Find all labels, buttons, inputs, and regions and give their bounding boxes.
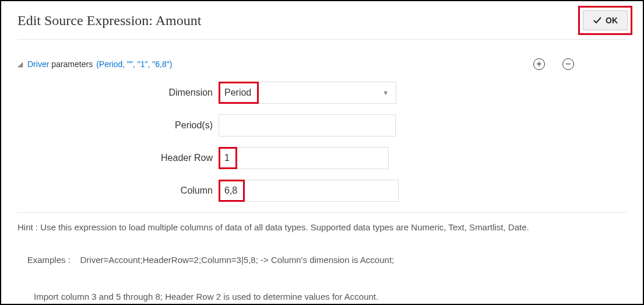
header-row-value-highlight: 1 <box>219 147 237 169</box>
check-icon <box>593 16 602 25</box>
header-row-label: Header Row <box>17 153 219 163</box>
dimension-value: Period <box>222 87 254 98</box>
dimension-label: Dimension <box>17 87 219 98</box>
column-value-highlight: 6,8 <box>219 180 245 202</box>
header-divider <box>17 39 627 40</box>
parameters-label: parameters <box>51 59 93 69</box>
ok-button[interactable]: OK <box>583 10 628 30</box>
dimension-row: Dimension Period ▼ <box>17 82 627 104</box>
examples-line-1: Examples : Driver=Account;HeaderRow=2;Co… <box>27 255 395 265</box>
header-row-row: Header Row 1 <box>17 147 627 169</box>
column-label: Column <box>17 185 219 196</box>
dimension-select[interactable]: ▼ <box>259 82 396 104</box>
hint-text: Hint : Use this expression to load multi… <box>1 221 643 233</box>
column-value: 6,8 <box>222 185 240 196</box>
dialog-title: Edit Source Expression: Amount <box>17 13 201 29</box>
examples-text: Examples : Driver=Account;HeaderRow=2;Co… <box>1 241 643 305</box>
ok-button-highlight: OK <box>578 6 632 35</box>
add-remove-controls: + − <box>533 58 574 70</box>
periods-input[interactable] <box>219 114 396 136</box>
dimension-value-highlight: Period <box>219 82 259 104</box>
periods-label: Period(s) <box>17 120 219 131</box>
ok-button-label: OK <box>606 16 618 25</box>
edit-source-expression-dialog: Edit Source Expression: Amount OK ◢ Driv… <box>0 0 644 305</box>
column-row: Column 6,8 <box>17 180 627 202</box>
examples-line-2: Import column 3 and 5 through 8; Header … <box>17 290 627 303</box>
chevron-down-icon: ▼ <box>382 89 389 96</box>
minus-icon[interactable]: − <box>562 58 574 70</box>
driver-link[interactable]: Driver <box>27 59 49 69</box>
collapse-triangle-icon[interactable]: ◢ <box>17 60 23 68</box>
plus-icon[interactable]: + <box>533 58 545 70</box>
parameters-form: Dimension Period ▼ Period(s) Header Row <box>17 82 627 202</box>
parameters-summary-link[interactable]: (Period, "", "1", "6,8") <box>96 59 172 69</box>
periods-row: Period(s) <box>17 114 627 136</box>
footer-divider <box>17 212 627 213</box>
driver-parameters-row: ◢ Driver parameters (Period, "", "1", "6… <box>17 59 627 69</box>
dialog-header: Edit Source Expression: Amount OK <box>1 1 643 39</box>
header-row-value: 1 <box>222 153 232 163</box>
column-input[interactable] <box>245 180 399 202</box>
header-row-input[interactable] <box>237 147 389 169</box>
